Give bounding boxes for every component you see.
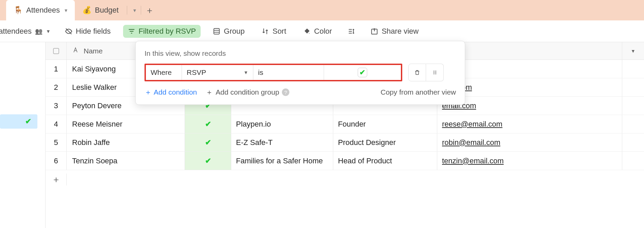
group-label: Group <box>224 27 244 36</box>
cell-trailing <box>622 152 644 170</box>
caret-down-icon: ▼ <box>631 48 635 54</box>
tab-divider <box>127 6 127 15</box>
filter-label: Filtered by RSVP <box>139 27 196 36</box>
tab-label: Budget <box>95 6 119 15</box>
sort-button[interactable]: Sort <box>257 25 291 38</box>
sort-icon <box>261 28 269 35</box>
group-button[interactable]: Group <box>208 25 249 38</box>
drag-condition-handle[interactable] <box>426 64 444 81</box>
view-name-label: d attendees <box>0 27 32 36</box>
group-icon <box>213 28 220 35</box>
svg-point-12 <box>434 74 435 75</box>
cell-trailing <box>622 115 644 133</box>
filter-popover: In this view, show records Where RSVP ▼ … <box>135 41 465 105</box>
check-icon: ✔ <box>205 138 211 147</box>
cell-trailing <box>622 78 644 96</box>
share-view-button[interactable]: Share view <box>366 25 423 38</box>
eye-off-icon <box>65 28 72 35</box>
row-number[interactable]: 6 <box>46 152 67 170</box>
tab-divider <box>141 6 141 15</box>
cell-rsvp[interactable]: ✔ <box>185 152 231 170</box>
select-all-cell[interactable] <box>46 42 67 60</box>
checkbox-checked-icon[interactable]: ✔ <box>358 68 367 77</box>
filter-operator-select[interactable]: is <box>253 65 324 80</box>
row-number[interactable]: 1 <box>46 60 67 78</box>
cell-company[interactable]: E-Z Safe-T <box>231 133 333 151</box>
filter-conjunction[interactable]: Where <box>146 65 182 80</box>
add-column-button[interactable]: ▼ <box>622 42 644 60</box>
table-tab-more[interactable]: ▾ <box>128 0 140 20</box>
svg-point-13 <box>435 74 436 75</box>
copy-from-another-view-button[interactable]: Copy from another view <box>380 88 456 96</box>
row-number[interactable]: 2 <box>46 78 67 96</box>
sort-label: Sort <box>272 27 286 36</box>
cell-role[interactable]: Product Designer <box>333 133 437 151</box>
help-icon[interactable]: ? <box>282 88 289 96</box>
plus-icon: ＋ <box>145 87 152 97</box>
svg-point-11 <box>435 72 436 73</box>
table-row[interactable]: 4Reese Meisner✔Playpen.ioFounderreese@em… <box>46 115 644 133</box>
cell-role[interactable]: Head of Product <box>333 152 437 170</box>
filter-popover-footer: ＋ Add condition ＋ Add condition group ? … <box>145 87 456 97</box>
filter-popover-title: In this view, show records <box>145 49 456 58</box>
hide-fields-button[interactable]: Hide fields <box>60 25 116 38</box>
cell-rsvp[interactable]: ✔ <box>185 115 231 133</box>
chevron-down-icon[interactable]: ▾ <box>65 7 67 14</box>
cell-role[interactable]: Founder <box>333 115 437 133</box>
table-tabs-strip: 🪑 Attendees ▾ 💰 Budget ▾ ＋ <box>0 0 644 20</box>
cell-name[interactable]: Robin Jaffe <box>67 133 185 151</box>
color-label: Color <box>314 27 332 36</box>
add-condition-group-button[interactable]: ＋ Add condition group ? <box>206 87 289 97</box>
add-table-button[interactable]: ＋ <box>142 0 157 20</box>
table-tab-attendees[interactable]: 🪑 Attendees ▾ <box>6 0 75 20</box>
caret-down-icon: ▼ <box>46 29 51 34</box>
filter-value-input[interactable]: ✔ <box>324 65 401 80</box>
svg-point-9 <box>435 71 436 72</box>
chair-icon: 🪑 <box>14 6 23 15</box>
svg-point-8 <box>434 71 435 72</box>
moneybag-icon: 💰 <box>82 6 91 15</box>
row-height-icon <box>348 28 355 35</box>
cell-email[interactable]: tenzin@email.com <box>437 152 622 170</box>
plus-icon: ＋ <box>206 87 213 97</box>
plus-icon: ＋ <box>52 174 61 185</box>
tab-label: Attendees <box>26 6 60 15</box>
filter-condition-row: Where RSVP ▼ is ✔ <box>145 64 456 81</box>
add-condition-button[interactable]: ＋ Add condition <box>145 87 197 97</box>
chevron-down-icon: ▾ <box>133 7 136 14</box>
hide-fields-label: Hide fields <box>76 27 111 36</box>
share-icon <box>371 28 378 35</box>
table-tab-budget[interactable]: 💰 Budget <box>75 0 126 20</box>
cell-email[interactable]: robin@email.com <box>437 133 622 151</box>
cell-email[interactable]: reese@email.com <box>437 115 622 133</box>
table-row[interactable]: 6Tenzin Soepa✔Families for a Safer HomeH… <box>46 152 644 170</box>
view-toolbar: d attendees ▼ Hide fields Filtered by RS… <box>0 20 644 42</box>
add-row[interactable]: ＋ <box>46 170 644 189</box>
svg-rect-1 <box>214 28 220 34</box>
view-name-button[interactable]: d attendees ▼ <box>0 27 53 36</box>
cell-company[interactable]: Families for a Safer Home <box>231 152 333 170</box>
share-view-label: Share view <box>382 27 419 36</box>
cell-name[interactable]: Tenzin Soepa <box>67 152 185 170</box>
left-filter-check-token[interactable]: ✔ <box>0 114 37 129</box>
column-header-label: Name <box>84 47 103 55</box>
checkbox-icon[interactable] <box>53 48 59 54</box>
cell-trailing <box>622 97 644 115</box>
row-number[interactable]: 3 <box>46 97 67 115</box>
cell-company[interactable]: Playpen.io <box>231 115 333 133</box>
cell-name[interactable]: Reese Meisner <box>67 115 185 133</box>
table-row[interactable]: 5Robin Jaffe✔E-Z Safe-TProduct Designerr… <box>46 133 644 152</box>
delete-condition-button[interactable] <box>408 64 426 81</box>
row-number[interactable]: 5 <box>46 133 67 151</box>
filter-button[interactable]: Filtered by RSVP <box>123 25 201 38</box>
row-height-button[interactable] <box>344 26 358 37</box>
row-number[interactable]: 4 <box>46 115 67 133</box>
left-panel <box>0 42 46 228</box>
filter-field-select[interactable]: RSVP ▼ <box>182 65 253 80</box>
svg-point-10 <box>434 72 435 73</box>
check-icon: ✔ <box>205 157 211 165</box>
people-icon <box>35 28 43 35</box>
cell-rsvp[interactable]: ✔ <box>185 133 231 151</box>
color-button[interactable]: Color <box>299 25 337 38</box>
caret-down-icon: ▼ <box>243 70 248 75</box>
